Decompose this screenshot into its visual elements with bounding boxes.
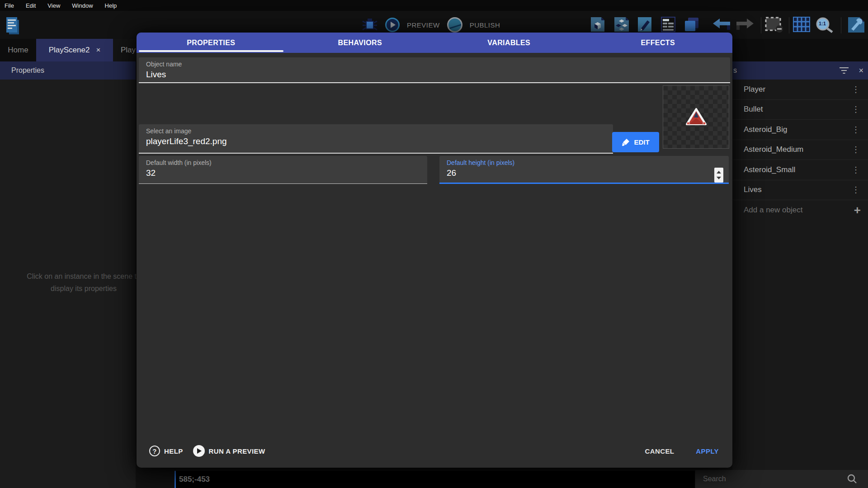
- default-width-label: Default width (in pixels): [146, 159, 420, 166]
- tab-close-icon[interactable]: ×: [96, 46, 100, 55]
- objects-search-bar: [695, 470, 868, 488]
- object-row-bullet[interactable]: Bullet ⋮: [732, 100, 868, 120]
- stepper-down-icon[interactable]: [717, 177, 721, 179]
- default-height-field[interactable]: Default height (in pixels) 26: [439, 156, 729, 184]
- zoom-reset-icon[interactable]: 1:1: [814, 17, 835, 33]
- select-image-field[interactable]: Select an image playerLife3_red2.png: [139, 124, 613, 154]
- run-preview-button[interactable]: RUN A PREVIEW: [193, 445, 265, 457]
- properties-panel: Properties Click on an instance in the s…: [0, 61, 136, 488]
- object-row-lives[interactable]: Lives ⋮: [732, 180, 868, 201]
- tab-play-label: Play: [121, 46, 136, 55]
- objects-panel-title-partial: s: [733, 66, 737, 75]
- object-name-label: Object name: [146, 61, 723, 68]
- preview-icon[interactable]: [385, 18, 400, 32]
- cancel-button[interactable]: CANCEL: [645, 447, 674, 455]
- dialog-tab-behaviors[interactable]: BEHAVIORS: [286, 33, 435, 53]
- redo-icon[interactable]: [736, 18, 754, 32]
- add-object-icon[interactable]: [590, 17, 605, 32]
- events-list-icon[interactable]: [661, 17, 675, 32]
- scene-status-bar: 585;-453: [175, 471, 695, 488]
- apply-button[interactable]: APPLY: [696, 447, 719, 455]
- objects-panel-header: s ×: [732, 61, 868, 80]
- preview-button[interactable]: PREVIEW: [407, 21, 440, 29]
- toolbar-separator: [841, 17, 841, 33]
- dialog-tab-bar: PROPERTIES BEHAVIORS VARIABLES EFFECTS: [137, 33, 732, 53]
- play-icon: [193, 445, 205, 457]
- undo-icon[interactable]: [712, 18, 731, 32]
- default-width-field[interactable]: Default width (in pixels) 32: [139, 156, 427, 184]
- default-height-label: Default height (in pixels): [447, 159, 722, 166]
- grid-icon[interactable]: [793, 17, 810, 32]
- object-row-asteroid-big[interactable]: Asteroid_Big ⋮: [732, 120, 868, 140]
- search-input[interactable]: [695, 475, 844, 483]
- kebab-menu-icon[interactable]: ⋮: [852, 145, 860, 155]
- layers-icon[interactable]: [684, 17, 699, 32]
- kebab-menu-icon[interactable]: ⋮: [852, 185, 860, 195]
- help-button[interactable]: ? HELP: [149, 446, 183, 456]
- object-groups-icon[interactable]: [614, 17, 629, 32]
- menu-edit[interactable]: Edit: [26, 2, 36, 9]
- default-width-value[interactable]: 32: [146, 168, 420, 178]
- dialog-tab-effects[interactable]: EFFECTS: [584, 33, 733, 53]
- ship-sprite: [685, 108, 707, 127]
- number-stepper[interactable]: [714, 168, 723, 183]
- panel-close-icon[interactable]: ×: [859, 66, 863, 75]
- dialog-tab-variables[interactable]: VARIABLES: [434, 33, 584, 53]
- menu-file[interactable]: File: [5, 2, 14, 9]
- active-tab-underline: [139, 50, 283, 52]
- object-name-value[interactable]: Lives: [146, 70, 723, 80]
- properties-panel-header: Properties: [0, 61, 136, 80]
- properties-panel-title: Properties: [11, 66, 44, 75]
- objects-panel: s × Player ⋮ Bullet ⋮ Asteroid_Big ⋮ Ast…: [732, 61, 868, 488]
- status-accent-bar: [175, 471, 176, 488]
- help-icon: ?: [149, 446, 160, 456]
- add-new-object-button[interactable]: Add a new object +: [732, 200, 868, 221]
- select-image-label: Select an image: [146, 127, 606, 135]
- select-image-value[interactable]: playerLife3_red2.png: [146, 136, 606, 146]
- search-icon: [847, 474, 857, 484]
- menu-view[interactable]: View: [47, 2, 60, 9]
- publish-icon[interactable]: [447, 17, 462, 33]
- toolbar-separator: [789, 17, 789, 33]
- filter-icon[interactable]: [840, 67, 849, 74]
- tab-home[interactable]: Home: [0, 39, 36, 61]
- kebab-menu-icon[interactable]: ⋮: [852, 125, 860, 135]
- edit-scene-icon[interactable]: [637, 17, 652, 32]
- stepper-up-icon[interactable]: [717, 171, 721, 174]
- menu-bar: File Edit View Window Help: [0, 0, 868, 11]
- plus-icon: +: [854, 203, 861, 217]
- menu-window[interactable]: Window: [72, 2, 93, 9]
- object-name-field[interactable]: Object name Lives: [139, 57, 730, 83]
- dialog-footer: ? HELP RUN A PREVIEW CANCEL APPLY: [137, 439, 732, 468]
- tab-home-label: Home: [8, 46, 28, 55]
- deselect-icon[interactable]: [765, 17, 784, 33]
- dialog-tab-properties[interactable]: PROPERTIES: [137, 33, 286, 53]
- menu-help[interactable]: Help: [105, 2, 117, 9]
- edit-image-button[interactable]: EDIT: [612, 132, 659, 152]
- kebab-menu-icon[interactable]: ⋮: [852, 84, 860, 94]
- kebab-menu-icon[interactable]: ⋮: [852, 165, 860, 175]
- project-manager-icon[interactable]: [6, 17, 19, 35]
- zoom-ratio-label: 1:1: [819, 21, 826, 26]
- image-preview: [663, 85, 729, 149]
- object-row-asteroid-small[interactable]: Asteroid_Small ⋮: [732, 160, 868, 180]
- toolbar-separator: [761, 17, 761, 33]
- object-row-asteroid-medium[interactable]: Asteroid_Medium ⋮: [732, 140, 868, 160]
- brush-icon: [622, 138, 630, 146]
- kebab-menu-icon[interactable]: ⋮: [852, 104, 860, 114]
- object-editor-dialog: PROPERTIES BEHAVIORS VARIABLES EFFECTS O…: [137, 33, 732, 468]
- default-height-value[interactable]: 26: [447, 168, 722, 178]
- object-row-player[interactable]: Player ⋮: [732, 80, 868, 100]
- debug-icon[interactable]: [362, 17, 378, 33]
- tools-icon[interactable]: [845, 17, 865, 33]
- tab-playscene2-label: PlayScene2: [49, 46, 90, 55]
- cursor-coordinates: 585;-453: [179, 475, 210, 484]
- tab-playscene2[interactable]: PlayScene2 ×: [36, 39, 113, 61]
- publish-button[interactable]: PUBLISH: [470, 21, 500, 29]
